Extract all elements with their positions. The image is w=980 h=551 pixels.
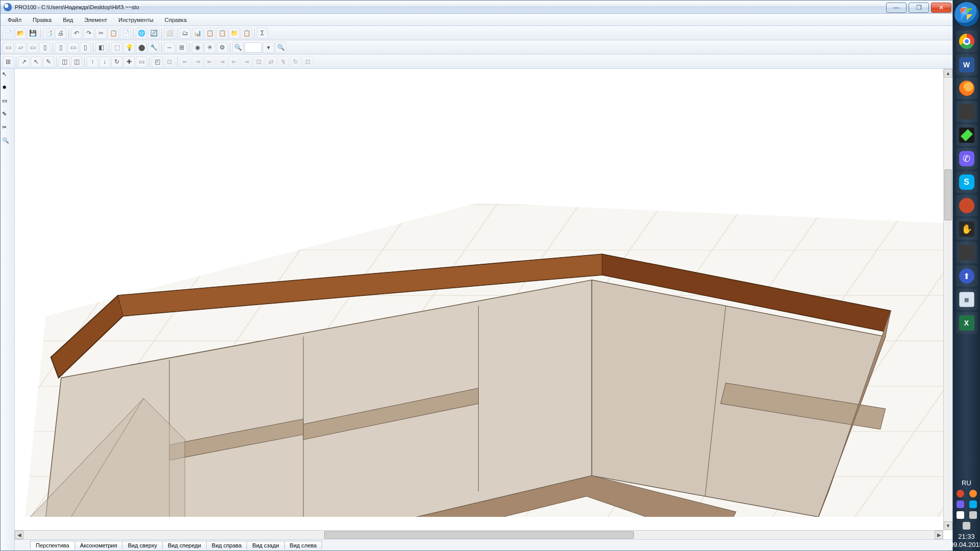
tab-axonometry[interactable]: Аксонометрия <box>75 541 123 549</box>
scroll-v-thumb[interactable] <box>944 169 952 220</box>
task-firefox[interactable] <box>956 78 977 99</box>
toolbar-button[interactable]: ↷ <box>83 28 94 39</box>
task-app-up[interactable]: ⬆ <box>956 265 977 287</box>
toolbar-button[interactable]: ↔ <box>164 42 175 53</box>
task-skype[interactable]: S <box>956 171 977 193</box>
toolbar-button[interactable]: ▾ <box>263 42 274 53</box>
toolbar-button[interactable]: ⇤ <box>204 56 215 67</box>
toolbar-button[interactable]: ✎ <box>43 56 54 67</box>
toolbar-button[interactable]: ⇥ <box>216 56 228 67</box>
toolbar-button[interactable]: 📑 <box>43 28 54 39</box>
scroll-v-track[interactable] <box>944 78 952 521</box>
side-tool-button[interactable]: ↖ <box>2 71 13 82</box>
toolbar-button[interactable]: 📄 <box>3 28 14 39</box>
toolbar-button[interactable]: 🔧 <box>148 42 159 53</box>
task-app-hand[interactable]: ✋ <box>956 218 977 240</box>
side-tool-button[interactable]: ✎ <box>2 111 13 122</box>
toolbar-button[interactable]: ✚ <box>124 56 135 67</box>
volume-icon[interactable] <box>963 522 970 530</box>
toolbar-button[interactable]: ▭ <box>27 42 38 53</box>
toolbar-button[interactable]: ⬤ <box>136 42 147 53</box>
tray-icon[interactable] <box>957 490 964 497</box>
toolbar-button[interactable]: ◫ <box>59 56 70 67</box>
toolbar-input[interactable] <box>244 42 262 53</box>
scrollbar-vertical[interactable]: ▲ ▼ <box>943 69 952 530</box>
toolbar-button[interactable]: ⇄ <box>265 56 277 67</box>
toolbar-button[interactable]: ⚙ <box>216 42 228 53</box>
toolbar-button[interactable]: 📋 <box>204 28 215 39</box>
toolbar-button[interactable]: ⇥ <box>192 56 203 67</box>
tab-left[interactable]: Вид слева <box>284 541 323 549</box>
task-app-red[interactable] <box>956 195 977 216</box>
system-tray[interactable]: RU 21:33 09.04.2018 <box>953 476 980 552</box>
task-calculator[interactable]: ▦ <box>956 289 977 310</box>
toolbar-button[interactable]: ↻ <box>290 56 301 67</box>
toolbar-button[interactable]: ↖ <box>31 56 42 67</box>
toolbar-button[interactable]: ⇤ <box>180 56 191 67</box>
toolbar-button[interactable]: ◉ <box>192 42 203 53</box>
toolbar-button[interactable]: 📋 <box>216 28 228 39</box>
toolbar-button[interactable]: ⇤ <box>229 56 240 67</box>
toolbar-button[interactable]: 💡 <box>124 42 135 53</box>
scroll-h-thumb[interactable] <box>324 531 634 539</box>
toolbar-button[interactable]: ↗ <box>18 56 30 67</box>
toolbar-button[interactable]: ✂ <box>95 28 107 39</box>
viewport-3d[interactable]: ▲ ▼ ◀ ▶ <box>15 69 952 539</box>
taskbar-clock[interactable]: 21:33 09.04.2018 <box>950 533 980 549</box>
task-app-gray[interactable] <box>956 242 977 263</box>
tray-icon[interactable] <box>957 500 964 508</box>
toolbar-button[interactable]: ↻ <box>111 56 122 67</box>
toolbar-button[interactable]: ↶ <box>71 28 82 39</box>
toolbar-button[interactable]: ⇥ <box>241 56 252 67</box>
toolbar-button[interactable]: 🗂 <box>180 28 191 39</box>
toolbar-button[interactable]: ⊡ <box>302 56 313 67</box>
scroll-h-track[interactable] <box>23 531 935 539</box>
task-app-shield[interactable] <box>956 101 977 122</box>
scroll-down-button[interactable]: ▼ <box>944 521 952 530</box>
toolbar-button[interactable]: 🌐 <box>136 28 147 39</box>
toolbar-button[interactable]: ▯ <box>80 42 91 53</box>
toolbar-button[interactable]: 📄 <box>120 28 131 39</box>
flag-icon[interactable] <box>957 511 964 519</box>
toolbar-button[interactable]: ▱ <box>15 42 26 53</box>
toolbar-button[interactable]: ⬚ <box>111 42 122 53</box>
tab-front[interactable]: Вид спереди <box>162 541 207 549</box>
toolbar-button[interactable]: ⊡ <box>164 56 175 67</box>
side-tool-button[interactable]: ▭ <box>2 97 13 109</box>
toolbar-button[interactable]: ⊡ <box>253 56 264 67</box>
toolbar-button[interactable]: 📂 <box>15 28 26 39</box>
task-viber[interactable]: ✆ <box>956 148 977 169</box>
titlebar[interactable]: PRO100 - C:\Users\Надежда\Desktop\НИЗ.~~… <box>1 1 952 14</box>
toolbar-button[interactable]: ◫ <box>71 56 82 67</box>
side-tool-button[interactable]: 🔍 <box>2 137 13 148</box>
toolbar-button[interactable]: 📊 <box>192 28 203 39</box>
scroll-left-button[interactable]: ◀ <box>15 531 23 539</box>
minimize-button[interactable]: — <box>886 3 906 13</box>
menu-file[interactable]: Файл <box>3 15 27 24</box>
close-button[interactable]: ✕ <box>931 3 951 13</box>
menu-tools[interactable]: Инструменты <box>113 15 159 24</box>
menu-element[interactable]: Элемент <box>79 15 112 24</box>
tray-icon[interactable] <box>969 500 977 508</box>
toolbar-button[interactable]: ⊞ <box>176 42 187 53</box>
toolbar-button[interactable]: 📁 <box>229 28 240 39</box>
start-button[interactable] <box>954 2 979 27</box>
toolbar-button[interactable]: ▯ <box>39 42 51 53</box>
toolbar-button[interactable]: 💾 <box>27 28 38 39</box>
toolbar-button[interactable]: ▭ <box>136 56 147 67</box>
toolbar-button[interactable]: 🖨 <box>55 28 66 39</box>
toolbar-button[interactable]: ▭ <box>67 42 79 53</box>
toolbar-button[interactable]: ⊞ <box>3 56 14 67</box>
task-chrome[interactable] <box>956 31 977 52</box>
tab-perspective[interactable]: Перспектива <box>30 541 75 549</box>
toolbar-button[interactable]: ✳ <box>204 42 215 53</box>
maximize-button[interactable]: ❐ <box>909 3 929 13</box>
network-icon[interactable] <box>969 511 977 519</box>
toolbar-button[interactable]: 📋 <box>108 28 119 39</box>
tab-top[interactable]: Вид сверху <box>122 541 162 549</box>
menu-view[interactable]: Вид <box>58 15 78 24</box>
toolbar-button[interactable]: ◰ <box>152 56 163 67</box>
toolbar-button[interactable]: ↑ <box>87 56 98 67</box>
scrollbar-horizontal[interactable]: ◀ ▶ <box>15 530 943 539</box>
toolbar-button[interactable]: ⬜ <box>164 28 175 39</box>
